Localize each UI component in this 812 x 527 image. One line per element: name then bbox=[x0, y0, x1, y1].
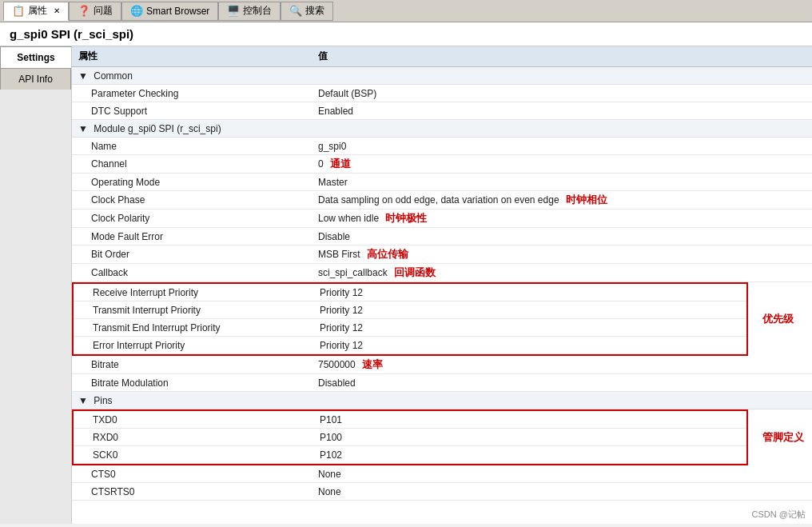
sidebar: Settings API Info bbox=[0, 46, 72, 524]
section-pins: ▼ Pins bbox=[72, 392, 812, 409]
table-row: TXD0 P101 bbox=[74, 411, 746, 429]
table-row: Callback sci_spi_callback 回调函数 bbox=[72, 264, 812, 282]
watermark: CSDN @记帖 bbox=[752, 509, 806, 521]
tab-issues-label: 问题 bbox=[94, 4, 113, 18]
section-header-module: ▼ Module g_spi0 SPI (r_sci_spi) bbox=[72, 120, 812, 138]
table-row: Transmit Interrupt Priority Priority 12 bbox=[74, 301, 746, 319]
annotation-channel: 通道 bbox=[330, 157, 351, 171]
table-row: Clock Polarity Low when idle 时钟极性 bbox=[72, 210, 812, 228]
annotation-priority: 优先级 bbox=[762, 313, 794, 325]
interrupt-priority-box: Receive Interrupt Priority Priority 12 T… bbox=[72, 282, 748, 356]
tab-properties-label: 属性 bbox=[28, 4, 47, 18]
smart-browser-icon: 🌐 bbox=[130, 5, 143, 17]
cts-section: CTS0 None CTSRTS0 None bbox=[72, 465, 812, 501]
tab-console[interactable]: 🖥️ 控制台 bbox=[218, 2, 281, 21]
table-row: DTC Support Enabled bbox=[72, 102, 812, 120]
sidebar-item-api-info[interactable]: API Info bbox=[0, 68, 71, 90]
close-icon[interactable]: ✕ bbox=[54, 6, 60, 15]
table-row: CTSRTS0 None bbox=[72, 483, 812, 501]
interrupt-priority-group: Receive Interrupt Priority Priority 12 T… bbox=[72, 282, 812, 356]
sidebar-item-settings[interactable]: Settings bbox=[0, 46, 71, 68]
properties-table[interactable]: 属性 值 ▼ Common Parameter Checking Default… bbox=[72, 46, 812, 524]
page-title: g_spi0 SPI (r_sci_spi) bbox=[0, 22, 812, 46]
bitrate-section: Bitrate 7500000 速率 Bitrate Modulation Di… bbox=[72, 356, 812, 392]
search-icon: 🔍 bbox=[289, 5, 302, 17]
table-row: Channel 0 通道 bbox=[72, 155, 812, 174]
annotation-clock-phase: 时钟相位 bbox=[566, 193, 607, 207]
table-header: 属性 值 bbox=[72, 46, 812, 67]
col-value: 值 bbox=[318, 50, 806, 63]
properties-icon: 📋 bbox=[12, 5, 25, 17]
section-header-common: ▼ Common bbox=[72, 67, 812, 85]
table-row: Operating Mode Master bbox=[72, 174, 812, 191]
chevron-down-icon: ▼ bbox=[78, 123, 88, 134]
tab-search[interactable]: 🔍 搜索 bbox=[281, 2, 333, 21]
table-row: Bitrate Modulation Disabled bbox=[72, 374, 812, 392]
section-header-pins: ▼ Pins bbox=[72, 392, 812, 409]
table-row: SCK0 P102 bbox=[74, 446, 746, 464]
annotation-pins-wrapper: 管脚定义 bbox=[748, 430, 812, 445]
table-row: Clock Phase Data sampling on odd edge, d… bbox=[72, 191, 812, 210]
table-row: Bitrate 7500000 速率 bbox=[72, 356, 812, 374]
tab-issues[interactable]: ❓ 问题 bbox=[69, 2, 121, 21]
table-row: RXD0 P100 bbox=[74, 429, 746, 446]
annotation-callback: 回调函数 bbox=[394, 265, 436, 280]
table-row: Transmit End Interrupt Priority Priority… bbox=[74, 319, 746, 337]
table-row: Bit Order MSB First 高位传输 bbox=[72, 246, 812, 264]
section-module: ▼ Module g_spi0 SPI (r_sci_spi) Name g_s… bbox=[72, 120, 812, 282]
console-icon: 🖥️ bbox=[227, 5, 240, 17]
section-common: ▼ Common Parameter Checking Default (BSP… bbox=[72, 67, 812, 120]
tab-console-label: 控制台 bbox=[243, 4, 272, 18]
table-row: CTS0 None bbox=[72, 465, 812, 483]
annotation-priority-wrapper: 优先级 bbox=[748, 312, 812, 326]
annotation-bitrate: 速率 bbox=[362, 357, 383, 372]
pins-highlight-box: TXD0 P101 RXD0 P100 SCK0 P102 bbox=[72, 409, 748, 465]
table-row: Error Interrupt Priority Priority 12 bbox=[74, 337, 746, 354]
table-row: Parameter Checking Default (BSP) bbox=[72, 85, 812, 102]
chevron-down-icon: ▼ bbox=[78, 70, 88, 82]
annotation-bit-order: 高位传输 bbox=[367, 247, 408, 262]
pins-highlight-group: TXD0 P101 RXD0 P100 SCK0 P102 管脚定义 bbox=[72, 409, 812, 465]
tab-bar: 📋 属性 ✕ ❓ 问题 🌐 Smart Browser 🖥️ 控制台 🔍 搜索 bbox=[0, 0, 812, 22]
annotation-pins: 管脚定义 bbox=[762, 431, 804, 443]
tab-smart-browser[interactable]: 🌐 Smart Browser bbox=[121, 2, 218, 21]
annotation-clock-polarity: 时钟极性 bbox=[385, 211, 427, 226]
table-row: Mode Fault Error Disable bbox=[72, 228, 812, 246]
tab-smart-browser-label: Smart Browser bbox=[146, 6, 209, 17]
chevron-down-icon: ▼ bbox=[78, 395, 88, 406]
col-property: 属性 bbox=[78, 50, 318, 63]
table-row: Receive Interrupt Priority Priority 12 bbox=[74, 284, 746, 301]
tab-search-label: 搜索 bbox=[305, 4, 324, 18]
table-row: Name g_spi0 bbox=[72, 138, 812, 155]
issues-icon: ❓ bbox=[78, 5, 90, 17]
tab-properties[interactable]: 📋 属性 ✕ bbox=[3, 2, 69, 21]
